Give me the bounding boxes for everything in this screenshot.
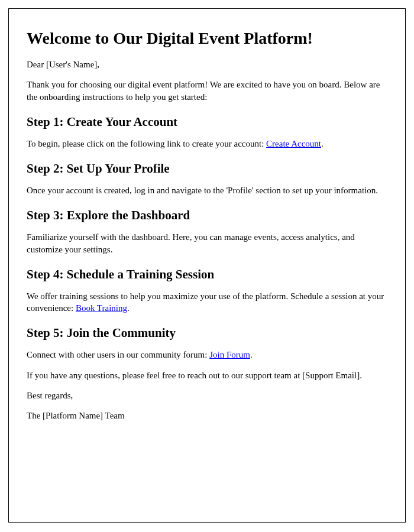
- step1-paragraph: To begin, please click on the following …: [27, 138, 387, 150]
- support-paragraph: If you have any questions, please feel f…: [27, 369, 387, 381]
- step5-text-before: Connect with other users in our communit…: [27, 350, 209, 359]
- step2-heading: Step 2: Set Up Your Profile: [27, 161, 387, 176]
- closing-line: Best regards,: [27, 390, 387, 401]
- greeting-line: Dear [User's Name],: [27, 59, 387, 70]
- step1-heading: Step 1: Create Your Account: [27, 115, 387, 129]
- step3-paragraph: Familiarize yourself with the dashboard.…: [27, 231, 387, 255]
- step5-paragraph: Connect with other users in our communit…: [27, 349, 387, 361]
- step3-heading: Step 3: Explore the Dashboard: [27, 208, 387, 223]
- step1-text-after: .: [321, 139, 324, 148]
- join-forum-link[interactable]: Join Forum: [209, 350, 250, 359]
- step2-paragraph: Once your account is created, log in and…: [27, 184, 387, 196]
- step1-text-before: To begin, please click on the following …: [27, 139, 266, 148]
- signature-line: The [Platform Name] Team: [27, 410, 387, 421]
- step5-text-after: .: [250, 350, 253, 359]
- intro-paragraph: Thank you for choosing our digital event…: [27, 79, 387, 103]
- step5-heading: Step 5: Join the Community: [27, 326, 387, 340]
- step4-text-after: .: [127, 303, 130, 313]
- page-title: Welcome to Our Digital Event Platform!: [27, 29, 387, 48]
- create-account-link[interactable]: Create Account: [266, 139, 321, 148]
- step4-paragraph: We offer training sessions to help you m…: [27, 290, 387, 314]
- step4-heading: Step 4: Schedule a Training Session: [27, 267, 387, 282]
- document-page: Welcome to Our Digital Event Platform! D…: [8, 8, 406, 523]
- book-training-link[interactable]: Book Training: [76, 303, 127, 313]
